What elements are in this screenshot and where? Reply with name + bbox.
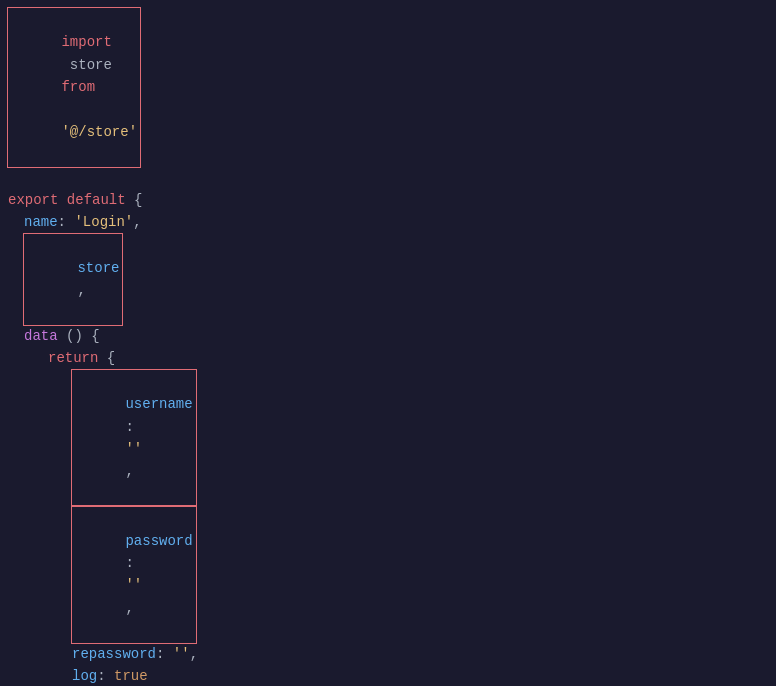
code-line-2 <box>0 167 776 189</box>
code-line-4: name : 'Login' , <box>0 211 776 233</box>
code-line-9: password : '' , <box>0 506 776 642</box>
keyword-import: import <box>61 34 111 50</box>
keyword-from: from <box>61 79 95 95</box>
code-line-6: data () { <box>0 325 776 347</box>
code-line-5: store , <box>0 234 776 326</box>
code-editor: import store from '@/store' export defau… <box>0 0 776 686</box>
code-line-8: username : '' , <box>0 370 776 506</box>
code-line-10: repassword : '' , <box>0 643 776 665</box>
code-line-11: log : true <box>0 665 776 686</box>
string-store-path: '@/store' <box>61 124 137 140</box>
code-line-3: export default { <box>0 189 776 211</box>
code-line-7: return { <box>0 347 776 369</box>
code-line-1: import store from '@/store' <box>0 8 776 167</box>
